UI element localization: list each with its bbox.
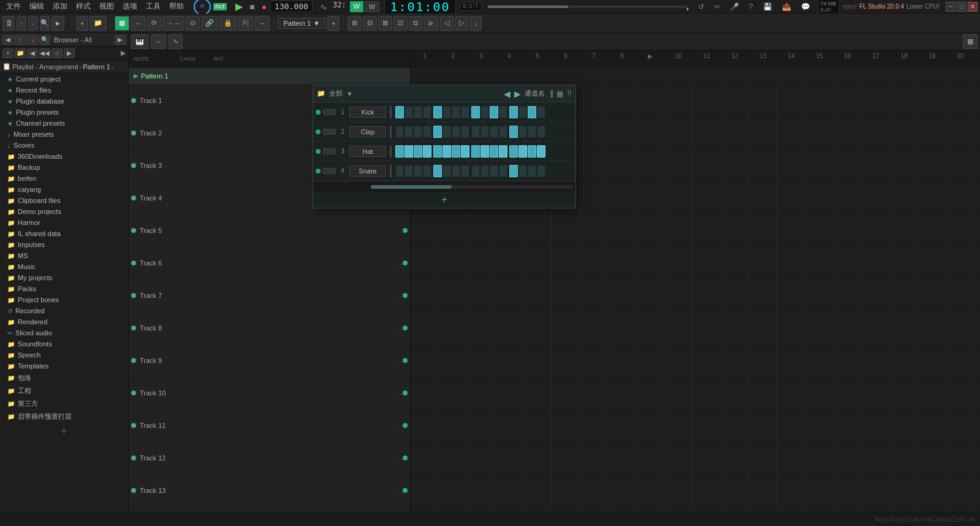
clap-step-16[interactable] [537,126,545,138]
sidebar-item-gongcheng[interactable]: 📁 工程 [0,384,128,397]
play-button[interactable]: ▶ [233,1,245,12]
kick-step-8[interactable] [461,106,469,118]
sidebar-item-channel-presets[interactable]: ★ Channel presets [0,118,128,129]
clap-channel-name[interactable]: Clap [349,126,386,137]
filter-btn[interactable]: ⫸ [424,16,439,31]
kick-step-6[interactable] [443,106,451,118]
hat-step-5[interactable] [433,145,442,158]
kick-step-14[interactable] [518,106,527,118]
track-row-9[interactable]: Track 9 ... [129,345,410,377]
browser-new-btn[interactable]: + [2,48,13,58]
clone-btn[interactable]: ⊞ [348,16,362,31]
menu-item-edit[interactable]: 编辑 [26,0,48,13]
grid-track-row-10[interactable] [411,377,980,410]
clap-step-12[interactable] [499,126,507,138]
grid-track-row-12[interactable] [411,442,980,475]
group-btn[interactable]: ⊠ [378,16,392,31]
playlist-tool-9[interactable]: → [254,16,270,31]
snare-step-14[interactable] [518,165,527,177]
export-icon[interactable]: 📤 [778,1,795,12]
sidebar-item-mixer-presets[interactable]: ♪ Mixer presets [0,129,128,140]
snare-step-13[interactable] [509,165,518,177]
snare-step-3[interactable] [414,165,422,177]
hat-step-11[interactable] [490,145,498,158]
browser-up-btn[interactable]: ↑ [15,35,26,45]
add-browser-item-btn[interactable]: + [0,423,128,439]
chat-icon[interactable]: 💬 [797,1,814,12]
beat-panel-graph-icon[interactable]: ▦ [556,90,563,98]
channel-btn-2[interactable]: W [365,1,379,12]
kick-step-11[interactable] [490,106,498,118]
snare-step-5[interactable] [433,165,442,177]
hat-channel-name[interactable]: Hat [349,146,386,157]
clap-step-15[interactable] [528,126,536,138]
menu-item-style[interactable]: 样式 [72,0,94,13]
track-row-12[interactable]: Track 12 ... [129,442,410,475]
copy-btn[interactable]: ⧉ [409,16,422,31]
clap-step-14[interactable] [518,126,527,138]
browser-expand-arrow[interactable]: ▶ [115,35,126,45]
menu-item-add[interactable]: 添加 [49,0,71,13]
kick-led[interactable] [316,110,321,115]
clap-step-13[interactable] [509,126,518,138]
snare-step-6[interactable] [443,165,451,177]
step-view-btn[interactable]: ↔ [151,34,166,49]
hat-btn-2[interactable] [330,148,336,154]
sidebar-item-project-bones[interactable]: 📁 Project bones [0,294,128,305]
playlist-tool-8[interactable]: 列 [238,16,253,31]
grid-track-row-6[interactable] [411,247,980,280]
hat-step-12[interactable] [499,145,507,158]
snare-step-11[interactable] [490,165,498,177]
sidebar-item-il-shared[interactable]: 📁 IL shared data [0,228,128,239]
clap-step-9[interactable] [471,126,480,138]
browser-play-btn[interactable]: ▶ [64,48,75,58]
hat-step-7[interactable] [452,145,460,158]
browser-back-btn[interactable]: ◀ [2,35,13,45]
clap-btn-2[interactable] [330,129,336,135]
playlist-tool-draw[interactable]: ▦ [115,16,129,31]
snare-step-10[interactable] [481,165,489,177]
kick-step-10[interactable] [481,106,489,118]
track-row-10[interactable]: Track 10 ... [129,377,410,410]
sidebar-item-360downloads[interactable]: 📁 360Downloads [0,151,128,162]
kick-step-15[interactable] [528,106,536,118]
sidebar-item-disan[interactable]: 📁 第三方 [0,397,128,410]
sidebar-item-recent-files[interactable]: ★ Recent files [0,85,128,96]
hat-step-16[interactable] [537,145,545,158]
snare-step-16[interactable] [537,165,545,177]
cut-right-btn[interactable]: ▷ [455,16,468,31]
sidebar-item-demo[interactable]: 📁 Demo projects [0,206,128,217]
menu-item-tools[interactable]: 工具 [142,0,164,13]
folder-btn[interactable]: 📁 [89,16,107,31]
menu-item-view[interactable]: 视图 [96,0,118,13]
clap-btn-1[interactable] [323,129,329,135]
record-button[interactable]: ● [259,2,269,12]
kick-step-1[interactable] [395,106,404,118]
browser-down-btn[interactable]: ↓ [27,35,38,45]
beat-panel-dropdown[interactable]: ▼ [346,90,353,97]
playlist-tool-5[interactable]: ⊙ [186,16,200,31]
playlist-tool-6[interactable]: 🔗 [201,16,218,31]
sidebar-item-baoluo[interactable]: 📁 包络 [0,372,128,384]
snare-step-9[interactable] [471,165,480,177]
close-button[interactable]: ✕ [968,2,978,12]
export-audio-btn[interactable]: ↓ [469,16,482,31]
arrow-down-btn[interactable]: ↓ [28,16,38,31]
hat-step-13[interactable] [509,145,518,158]
track-row-6[interactable]: Track 6 ... [129,247,410,280]
sidebar-item-music[interactable]: 📁 Music [0,261,128,272]
playlist-tool-7[interactable]: 🔒 [219,16,237,31]
kick-step-4[interactable] [423,106,431,118]
sidebar-item-plugin-database[interactable]: ★ Plugin database [0,96,128,107]
arrow-up-btn[interactable]: ↑ [17,16,26,31]
cut-left-btn[interactable]: ◁ [440,16,454,31]
menu-item-file[interactable]: 文件 [2,0,25,13]
snare-led[interactable] [316,169,321,173]
browser-search-btn[interactable]: 🔍 [39,35,50,45]
kick-step-2[interactable] [405,106,413,118]
hat-step-1[interactable] [395,145,404,158]
snare-step-4[interactable] [423,165,431,177]
sidebar-item-speech[interactable]: 📁 Speech [0,349,128,360]
hat-step-2[interactable] [405,145,413,158]
sidebar-item-qidai[interactable]: 📁 启带插件预置打层 [0,410,128,423]
